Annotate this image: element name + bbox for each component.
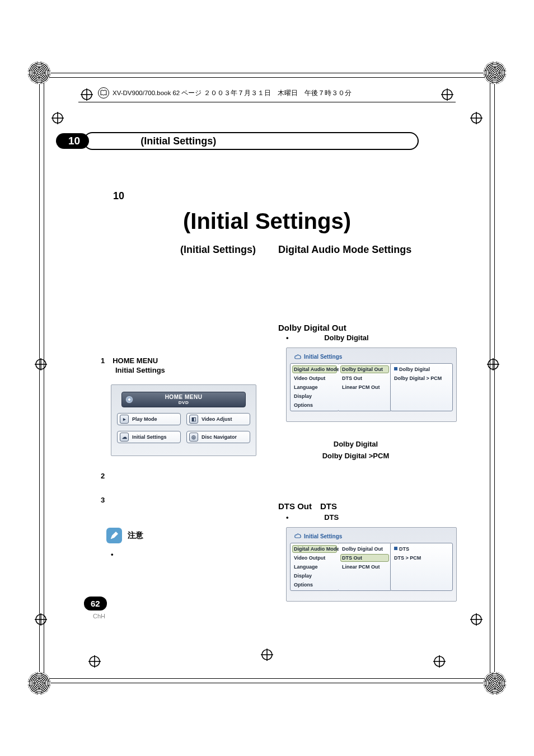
- note-pencil-icon: [106, 528, 122, 543]
- video-adjust-icon: ◧: [189, 415, 198, 424]
- chapter-header: 10 (Initial Settings): [56, 132, 419, 150]
- registration-mark-icon: [470, 112, 483, 124]
- home-menu-video-adjust[interactable]: ◧ Video Adjust: [186, 413, 250, 425]
- settings-col3: Dolby Digital Dolby Digital > PCM: [390, 363, 453, 411]
- initial-settings-icon: ☁: [120, 433, 129, 442]
- home-menu-btn-label: Play Mode: [132, 416, 157, 422]
- dolby-caption-1: Dolby Digital: [278, 439, 433, 450]
- home-menu-btn-label: Video Adjust: [202, 416, 232, 422]
- book-icon: [98, 87, 109, 98]
- corner-rosette-icon: [28, 62, 50, 84]
- chapter-number-small: 10: [113, 190, 433, 202]
- cloud-icon: [294, 533, 301, 539]
- book-header: XV-DV900/700.book 62 ページ ２００３年７月３１日 木曜日 …: [98, 87, 352, 98]
- registration-mark-icon: [51, 112, 64, 124]
- settings-col1-item[interactable]: Video Output: [293, 375, 336, 382]
- settings-title: Initial Settings: [304, 354, 342, 360]
- left-heading: (Initial Settings): [101, 244, 256, 256]
- selected-marker-icon: [394, 367, 397, 370]
- settings-col1-item[interactable]: Language: [293, 384, 336, 391]
- selected-marker-icon: [394, 547, 397, 550]
- dolby-heading: Dolby Digital Out: [278, 323, 433, 332]
- settings-col2-item[interactable]: Dolby Digital Out: [340, 365, 389, 373]
- settings-col1: Digital Audio Mode Video Output Language…: [290, 543, 339, 591]
- settings-col2-item[interactable]: Linear PCM Out: [341, 564, 388, 570]
- settings-col3-item[interactable]: DTS > PCM: [393, 555, 450, 561]
- home-menu-sub: DVD: [122, 401, 245, 405]
- registration-mark-icon: [487, 358, 499, 370]
- registration-mark-icon: [261, 649, 273, 661]
- disc-icon: [125, 396, 133, 403]
- corner-rosette-icon: [484, 672, 506, 694]
- play-mode-icon: ▸: [120, 415, 129, 424]
- home-menu-title-bar: HOME MENU DVD: [121, 392, 246, 407]
- settings-col1-item[interactable]: Options: [293, 581, 336, 588]
- settings-col1-item[interactable]: Digital Audio Mode: [292, 365, 337, 373]
- settings-col2-item[interactable]: DTS Out: [340, 554, 389, 562]
- step-1-text: HOME MENU: [113, 356, 158, 365]
- page-number-badge: 62: [84, 597, 107, 611]
- home-menu-screenshot: HOME MENU DVD ▸ Play Mode ◧ Video Adjust…: [111, 384, 256, 456]
- settings-col3-item[interactable]: Dolby Digital > PCM: [393, 375, 450, 382]
- chapter-title-bubble: (Initial Settings): [83, 132, 419, 150]
- settings-col2: Dolby Digital Out DTS Out Linear PCM Out: [339, 363, 391, 411]
- settings-col1-item[interactable]: Language: [293, 564, 336, 570]
- page-title: (Initial Settings): [101, 209, 433, 234]
- page-sub-label: ChH: [93, 613, 105, 619]
- settings-col2-item[interactable]: Dolby Digital Out: [341, 546, 388, 552]
- registration-mark-icon: [81, 88, 93, 101]
- home-menu-initial-settings[interactable]: ☁ Initial Settings: [117, 431, 181, 443]
- dts-sub-bullet: •: [286, 513, 289, 522]
- chapter-number-pill: 10: [56, 133, 89, 149]
- home-menu-disc-navigator[interactable]: ◎ Disc Navigator: [186, 431, 250, 443]
- note-label: 注意: [128, 530, 143, 541]
- settings-col1-item[interactable]: Options: [293, 402, 336, 408]
- step-3-number: 3: [101, 496, 105, 504]
- home-menu-play-mode[interactable]: ▸ Play Mode: [117, 413, 181, 425]
- home-menu-title: HOME MENU: [165, 394, 203, 400]
- dts-settings-screenshot: Initial Settings Digital Audio Mode Vide…: [286, 527, 457, 602]
- settings-col1-item[interactable]: Display: [293, 572, 336, 579]
- settings-col2-item[interactable]: Linear PCM Out: [341, 384, 388, 391]
- header-rule: [78, 102, 456, 102]
- settings-col1-item[interactable]: Video Output: [293, 555, 336, 561]
- corner-rosette-icon: [28, 672, 50, 694]
- registration-mark-icon: [35, 358, 47, 370]
- registration-mark-icon: [88, 655, 101, 668]
- settings-col1: Digital Audio Mode Video Output Language…: [290, 363, 339, 411]
- note-bullet: •: [111, 550, 256, 558]
- step-1-number: 1: [101, 356, 105, 365]
- book-header-text: XV-DV900/700.book 62 ページ ２００３年７月３１日 木曜日 …: [113, 89, 352, 97]
- settings-col3-item[interactable]: Dolby Digital: [393, 366, 450, 373]
- cloud-icon: [294, 354, 301, 360]
- right-heading: Digital Audio Mode Settings: [278, 244, 433, 256]
- settings-col3: DTS DTS > PCM: [390, 543, 453, 591]
- left-column: (Initial Settings) 1 HOME MENU Initial S…: [101, 244, 256, 558]
- settings-col1-item[interactable]: Display: [293, 393, 336, 400]
- registration-mark-icon: [433, 655, 446, 668]
- dts-heading: DTS Out DTS: [278, 501, 433, 512]
- settings-col3-item[interactable]: DTS: [393, 546, 450, 552]
- registration-mark-icon: [441, 88, 453, 101]
- dolby-caption-2: Dolby Digital >PCM: [278, 450, 433, 462]
- dolby-sub: Dolby Digital: [324, 334, 368, 342]
- registration-mark-icon: [470, 613, 483, 626]
- step-1-sub: Initial Settings: [115, 366, 256, 374]
- settings-title: Initial Settings: [304, 533, 342, 539]
- home-menu-btn-label: Initial Settings: [132, 434, 167, 440]
- dts-sub: DTS: [324, 513, 339, 522]
- step-2-number: 2: [101, 472, 105, 480]
- dolby-sub-bullet: •: [286, 334, 289, 342]
- registration-mark-icon: [35, 613, 47, 626]
- home-menu-btn-label: Disc Navigator: [202, 434, 237, 440]
- settings-col1-item[interactable]: Digital Audio Mode: [292, 545, 337, 553]
- disc-navigator-icon: ◎: [189, 433, 198, 442]
- settings-col2: Dolby Digital Out DTS Out Linear PCM Out: [339, 543, 391, 591]
- corner-rosette-icon: [484, 62, 506, 84]
- settings-col2-item[interactable]: DTS Out: [341, 375, 388, 382]
- dolby-settings-screenshot: Initial Settings Digital Audio Mode Vide…: [286, 348, 457, 422]
- right-column: Digital Audio Mode Settings Dolby Digita…: [278, 244, 433, 602]
